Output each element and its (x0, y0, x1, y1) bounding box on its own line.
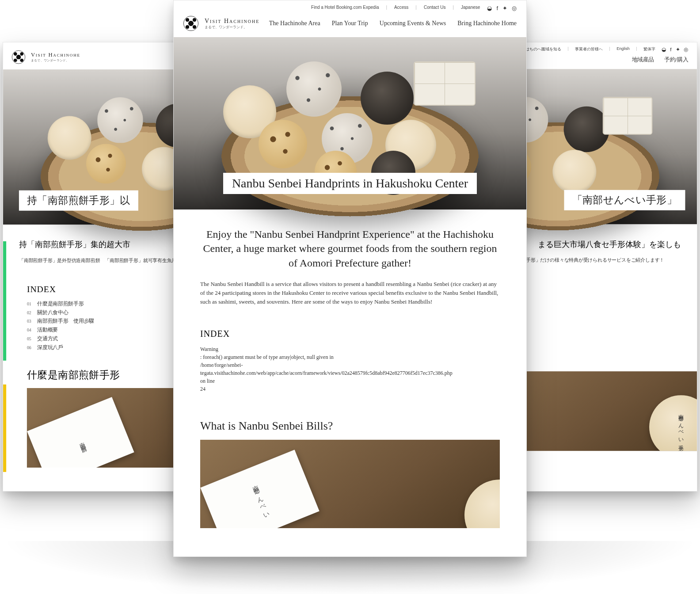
utility-link[interactable]: 繁体字 (643, 46, 655, 53)
utility-link[interactable]: はちのへ圏域を知る (525, 46, 561, 53)
hero-title: 「南部せんべい手形」 (564, 190, 685, 210)
instagram-icon[interactable]: ◎ (684, 46, 688, 53)
brand-row: Visit Hachinohe まるで、ワンダーランド。 The Hachino… (174, 13, 526, 37)
senbei-tag (464, 480, 500, 528)
nav-item[interactable]: 地域産品 (632, 56, 654, 63)
primary-nav: The Hachinohe Area Plan Your Trip Upcomi… (269, 20, 517, 27)
hero-image: Nanbu Senbei Handprints in Hakushoku Cen… (174, 37, 526, 209)
site-logo-icon[interactable] (12, 50, 26, 64)
line-icon[interactable]: ◒ (662, 46, 666, 53)
nav-item[interactable]: Bring Hachinohe Home (457, 20, 517, 27)
hero-title: 持「南部煎餅手形」以 (19, 190, 138, 211)
paper-card: 南部せんべい (200, 449, 319, 528)
facebook-icon[interactable]: f (670, 46, 671, 53)
nav-item[interactable]: Upcoming Events & News (380, 20, 446, 27)
utility-link[interactable]: Access (394, 5, 408, 11)
twitter-icon[interactable]: ✦ (676, 46, 680, 53)
line-icon[interactable]: ◒ (487, 5, 492, 11)
utility-link[interactable]: Japanese (461, 5, 480, 11)
facebook-icon[interactable]: f (496, 5, 498, 11)
paper-card: 南部煎餅 (27, 397, 134, 468)
brand-tagline: まるで、ワンダーランド。 (31, 58, 80, 62)
intro-paragraph: The Nanbu Senbei Handbill is a service t… (200, 280, 500, 306)
site-logo-icon[interactable] (183, 16, 198, 31)
page-preview-center: Find a Hotel Booking.com Expedia| Access… (173, 0, 527, 557)
accent-stripe-yellow (3, 385, 6, 472)
primary-nav: 地域産品 予約/購入 (632, 56, 689, 63)
section-heading: What is Nanbu Senbei Bills? (200, 419, 500, 433)
brand-name[interactable]: Visit Hachinohe (205, 18, 259, 25)
utility-link[interactable]: Find a Hotel Booking.com Expedia (311, 5, 379, 11)
utility-nav: Find a Hotel Booking.com Expedia| Access… (174, 0, 526, 13)
twitter-icon[interactable]: ✦ (502, 5, 507, 11)
section-image: 南部せんべい (200, 440, 500, 528)
utility-link[interactable]: English (616, 46, 630, 53)
php-warning-text: Warning : foreach() argument must be of … (200, 345, 500, 393)
hero-title: Nanbu Senbei Handprints in Hakushoku Cen… (223, 173, 477, 194)
instagram-icon[interactable]: ◎ (512, 5, 517, 11)
utility-link[interactable]: Contact Us (424, 5, 445, 11)
nav-item[interactable]: 予約/購入 (664, 56, 688, 63)
brand-name[interactable]: Visit Hachinohe (31, 52, 80, 58)
brand-tagline: まるで、ワンダーランド。 (205, 25, 259, 30)
nav-item[interactable]: The Hachinohe Area (269, 20, 320, 27)
index-heading: INDEX (200, 329, 500, 339)
senbei-tag: 南部せんべい手形 (649, 395, 697, 451)
nav-item[interactable]: Plan Your Trip (332, 20, 368, 27)
subheading: Enjoy the "Nanbu Senbei Handprint Experi… (200, 227, 500, 270)
utility-link[interactable]: 事業者の皆様へ (575, 46, 603, 53)
accent-stripe-green (3, 241, 6, 361)
